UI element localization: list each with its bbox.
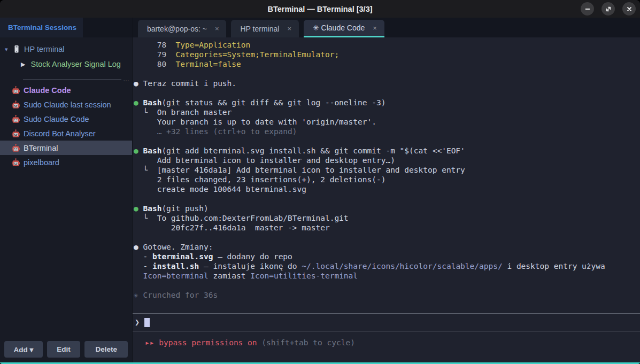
prompt-input[interactable]: ❯	[133, 314, 640, 331]
text-cursor	[144, 318, 150, 327]
edit-button[interactable]: Edit	[47, 341, 81, 358]
terminal-line: ● Bash(git add bterminal.svg install.sh …	[134, 146, 638, 156]
tab-close-icon[interactable]: ×	[287, 25, 291, 33]
titlebar[interactable]: BTerminal — BTerminal [3/3]	[0, 0, 640, 18]
session-item-sudo-claude-code[interactable]: Sudo Claude Code	[0, 112, 132, 126]
sidebar-header: BTerminal Sessions	[0, 18, 83, 37]
session-item-claude-code[interactable]: Claude Code	[0, 83, 132, 97]
sessions-sidebar: BTerminal Sessions ▾ HP terminal ▶ Stock…	[0, 18, 133, 362]
tab-close-icon[interactable]: ×	[215, 25, 219, 33]
terminal-line: 2 files changed, 23 insertions(+), 2 del…	[134, 175, 638, 184]
terminal-line: └ [master 416da1a] Add bterminal icon to…	[134, 165, 638, 175]
window-controls	[581, 0, 636, 18]
session-list: Claude Code Sudo Claude last session Sud…	[0, 83, 132, 169]
terminal-line: ✳ Crunched for 36s	[134, 290, 638, 300]
terminal-line: Add bterminal icon to installer and desk…	[134, 156, 638, 165]
tab-label: bartek@pop-os: ~	[147, 25, 207, 33]
terminal-line: ● Bash(git push)	[134, 204, 638, 213]
minimize-icon	[584, 6, 591, 12]
session-item-label: Sudo Claude last session	[24, 100, 111, 109]
robot-icon	[12, 129, 20, 138]
sidebar-button-bar: Add ▾ Edit Delete	[0, 341, 132, 362]
terminal-line: ● Teraz commit i push.	[134, 79, 638, 88]
terminal-line: 78 Type=Application	[134, 40, 638, 50]
tab-label: ✳ Claude Code	[313, 24, 365, 32]
terminal-line: 20fc27f..416da1a master -> master	[134, 223, 638, 233]
session-tree: ▾ HP terminal ▶ Stock Analyser Signal Lo…	[0, 37, 132, 72]
close-button[interactable]	[622, 2, 636, 16]
tab-bar: bartek@pop-os: ~ × HP terminal × ✳ Claud…	[133, 18, 640, 37]
main-area: bartek@pop-os: ~ × HP terminal × ✳ Claud…	[133, 18, 640, 362]
terminal-line: 79 Categories=System;TerminalEmulator;	[134, 50, 638, 59]
status-warning-text: bypass permissions on	[159, 338, 257, 347]
robot-icon	[12, 115, 20, 123]
terminal-line: ● Bash(git status && git diff && git log…	[134, 98, 638, 107]
sidebar-divider: …	[23, 78, 129, 81]
session-item-label: Sudo Claude Code	[24, 115, 89, 123]
tab-close-icon[interactable]: ×	[373, 24, 377, 32]
minimize-button[interactable]	[581, 2, 594, 16]
terminal-line: └ To github.com:DexterFromLab/BTerminal.…	[134, 213, 638, 223]
permissions-status-line: ▸▸ bypass permissions on (shift+tab to c…	[133, 331, 640, 362]
prompt-chevron-icon: ❯	[135, 317, 140, 327]
terminal-line: - install.sh — instaluje ikonę do ~/.loc…	[134, 261, 638, 271]
sidebar-header-strip: BTerminal Sessions	[0, 18, 132, 37]
session-item-label: Discord Bot Analyser	[24, 129, 96, 138]
tab-bartek-pop-os[interactable]: bartek@pop-os: ~ ×	[138, 20, 226, 37]
terminal-line: Icon=bterminal zamiast Icon=utilities-te…	[134, 271, 638, 281]
robot-icon	[12, 86, 20, 95]
robot-icon	[12, 158, 20, 167]
terminal-line	[134, 136, 638, 146]
divider-line	[23, 79, 121, 80]
tree-child-label: Stock Analyser Signal Log	[30, 60, 120, 68]
terminal-line: create mode 100644 bterminal.svg	[134, 184, 638, 194]
maximize-icon	[605, 6, 612, 12]
sidebar-header-label: BTerminal Sessions	[8, 24, 76, 32]
chevron-down-icon[interactable]: ▾	[5, 46, 13, 53]
play-icon[interactable]: ▶	[21, 61, 25, 68]
prompt-area: ❯ ▸▸ bypass permissions on (shift+tab to…	[133, 313, 640, 362]
window-title: BTerminal — BTerminal [3/3]	[267, 5, 372, 13]
terminal-pane[interactable]: 78 Type=Application 79 Categories=System…	[133, 37, 640, 362]
tab-label: HP terminal	[240, 25, 279, 33]
status-hint-text: (shift+tab to cycle)	[257, 338, 355, 347]
terminal-line	[134, 88, 638, 98]
tree-item-label: HP terminal	[24, 45, 64, 53]
session-item-bterminal[interactable]: BTerminal	[0, 141, 132, 155]
tree-item-hp-terminal[interactable]: ▾ HP terminal	[0, 42, 132, 57]
terminal-line	[134, 233, 638, 242]
terminal-line: - bterminal.svg — dodany do repo	[134, 252, 638, 261]
maximize-button[interactable]	[602, 2, 615, 16]
session-item-label: pixelboard	[24, 158, 59, 167]
terminal-line: └ On branch master	[134, 107, 638, 117]
session-item-sudo-claude-last-session[interactable]: Sudo Claude last session	[0, 97, 132, 112]
status-arrows-icon: ▸▸	[145, 338, 159, 347]
terminal-line	[134, 194, 638, 204]
terminal-line	[134, 281, 638, 290]
pc-tower-icon	[13, 45, 20, 53]
terminal-output: 78 Type=Application 79 Categories=System…	[133, 37, 640, 300]
tab-hp-terminal[interactable]: HP terminal ×	[231, 20, 298, 37]
terminal-line: Your branch is up to date with 'origin/m…	[134, 117, 638, 127]
tab-claude-code[interactable]: ✳ Claude Code ×	[304, 20, 384, 37]
delete-button[interactable]: Delete	[84, 341, 128, 358]
bterminal-window: BTerminal — BTerminal [3/3] BTerminal Se…	[0, 0, 640, 364]
terminal-line: 80 Terminal=false	[134, 59, 638, 69]
robot-icon	[12, 100, 20, 109]
sidebar-spacer	[0, 169, 132, 341]
session-item-label: BTerminal	[24, 144, 58, 152]
terminal-line: … +32 lines (ctrl+o to expand)	[134, 127, 638, 136]
tree-item-stock-analyser-log[interactable]: ▶ Stock Analyser Signal Log	[0, 57, 132, 72]
terminal-line	[134, 69, 638, 79]
session-item-pixelboard[interactable]: pixelboard	[0, 155, 132, 169]
session-item-label: Claude Code	[24, 86, 71, 95]
terminal-line: ● Gotowe. Zmiany:	[134, 242, 638, 252]
session-item-discord-bot-analyser[interactable]: Discord Bot Analyser	[0, 126, 132, 141]
close-icon	[626, 6, 633, 12]
robot-icon	[12, 144, 20, 152]
window-content: BTerminal Sessions ▾ HP terminal ▶ Stock…	[0, 18, 640, 362]
add-button[interactable]: Add ▾	[4, 341, 43, 358]
divider-ellipsis: …	[123, 78, 129, 81]
